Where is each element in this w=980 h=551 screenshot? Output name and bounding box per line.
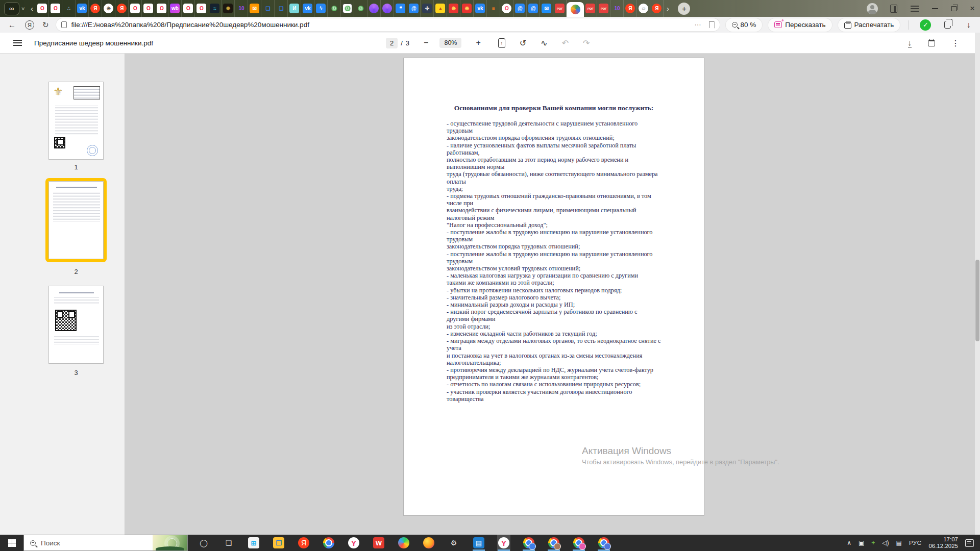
browser-tab[interactable]: wb (168, 0, 182, 17)
tab-scroll-right-button[interactable]: › (664, 4, 672, 13)
rotate-icon[interactable]: ↺ (520, 38, 526, 48)
network-icon[interactable]: ▤ (896, 539, 902, 546)
kebab-menu-icon[interactable]: ⋮ (951, 38, 960, 48)
browser-tab[interactable]: O (129, 0, 142, 17)
browser-tab[interactable]: @ (513, 0, 527, 17)
new-tab-button[interactable]: + (678, 3, 690, 15)
browser-tab[interactable]: ✉ (540, 0, 553, 17)
browser-tab[interactable]: И (288, 0, 301, 17)
taskbar-app[interactable]: Я (297, 535, 310, 551)
reload-button[interactable]: ↻ (42, 20, 49, 30)
back-button[interactable]: ← (8, 20, 16, 29)
tab-scroll-left-button[interactable]: ‹ (28, 4, 36, 13)
browser-tab[interactable]: ≡ (487, 0, 500, 17)
notification-center-icon[interactable] (965, 539, 974, 547)
protect-status-icon[interactable]: ✓ (920, 19, 931, 31)
undo-icon[interactable]: ↶ (562, 38, 569, 48)
taskbar-app[interactable] (422, 535, 435, 551)
browser-tab[interactable]: O (49, 0, 62, 17)
taskbar-app[interactable]: Y (497, 535, 510, 551)
browser-tab[interactable]: O (182, 0, 195, 17)
printer-icon[interactable] (928, 40, 935, 46)
browser-tab[interactable]: ✹ (222, 0, 235, 17)
browser-tab[interactable]: ≈ (208, 0, 222, 17)
browser-tab[interactable]: ❏ (275, 0, 288, 17)
taskbar-app[interactable]: ▤ (472, 535, 485, 551)
browser-tab[interactable]: 10 (235, 0, 248, 17)
browser-tab[interactable]: Я (115, 0, 129, 17)
browser-tab[interactable]: O (500, 0, 513, 17)
browser-tab[interactable] (567, 2, 584, 17)
thumbnail-page-1[interactable]: ⚜ (48, 82, 104, 160)
hidden-icons-chevron[interactable]: ∧ (847, 539, 851, 546)
browser-tab[interactable]: ❏ (261, 0, 275, 17)
zoom-in-button[interactable]: + (476, 38, 480, 47)
browser-tab[interactable]: ∴ (62, 0, 76, 17)
zoom-out-button[interactable]: − (424, 38, 428, 47)
thumbnail-page-3[interactable] (48, 286, 104, 364)
browser-tab[interactable]: vk (474, 0, 487, 17)
scrollbar-thumb[interactable] (975, 260, 979, 341)
sidebar-toggle-icon[interactable] (13, 42, 22, 43)
browser-tab[interactable]: @ (407, 0, 421, 17)
downloads-button[interactable]: ↓ (966, 20, 970, 30)
clock[interactable]: 17:07 06.12.2025 (928, 536, 958, 549)
browser-tab[interactable]: Я (650, 0, 664, 17)
zoom-level[interactable]: 80% (439, 38, 461, 48)
taskbar-app[interactable]: W (372, 535, 385, 551)
browser-tab[interactable] (368, 0, 381, 17)
taskbar-app[interactable] (397, 535, 410, 551)
thumbnail-page-2-selected[interactable] (48, 181, 104, 259)
download-icon[interactable]: ↓ (908, 39, 912, 47)
profile-avatar[interactable] (867, 3, 878, 14)
browser-tab[interactable]: ❝ (394, 0, 407, 17)
tray-tablet-icon[interactable]: ▣ (859, 539, 864, 546)
taskbar-app[interactable]: ❒ (272, 535, 285, 551)
browser-tab[interactable]: PDF (553, 0, 567, 17)
browser-tab[interactable]: 10 (610, 0, 624, 17)
browser-tab[interactable]: Я (89, 0, 102, 17)
browser-tab[interactable]: vk (301, 0, 314, 17)
taskbar-app[interactable]: ⚙ (447, 535, 460, 551)
browser-tab[interactable]: O (195, 0, 208, 17)
browser-tab[interactable]: vk (76, 0, 89, 17)
draw-icon[interactable]: ∿ (541, 38, 547, 48)
browser-tab[interactable]: ♎ (341, 0, 354, 17)
taskbar-app[interactable]: ⊞ (247, 535, 260, 551)
url-field[interactable]: file:///E:/новая%20папка%208/Предписание… (56, 18, 720, 31)
minimize-button[interactable] (932, 8, 938, 9)
browser-tab[interactable]: ϟ (314, 0, 328, 17)
language-indicator[interactable]: РУС (909, 540, 922, 546)
close-button[interactable]: × (970, 4, 975, 14)
current-page-field[interactable]: 2 (386, 38, 398, 48)
browser-tab[interactable]: O (155, 0, 168, 17)
taskbar-app[interactable] (522, 535, 535, 551)
browser-tab[interactable]: Я (624, 0, 637, 17)
taskbar-app[interactable] (322, 535, 335, 551)
print-button[interactable]: Распечатать (838, 18, 900, 32)
taskbar-app[interactable] (547, 535, 560, 551)
browser-tab[interactable]: ☺ (637, 0, 650, 17)
browser-tab[interactable]: ❋ (447, 0, 460, 17)
url-text[interactable]: file:///E:/новая%20папка%208/Предписание… (71, 21, 695, 29)
browser-tab[interactable]: ❋ (460, 0, 474, 17)
taskbar-app[interactable] (572, 535, 585, 551)
browser-tab[interactable] (381, 0, 394, 17)
tab-group-button[interactable]: ∞ (4, 2, 19, 15)
weather-widget-image[interactable] (153, 535, 187, 550)
browser-tab[interactable]: PDF (597, 0, 610, 17)
summarize-button[interactable]: Пересказать (768, 18, 831, 32)
browser-tab[interactable]: ♎ (354, 0, 368, 17)
browser-tab[interactable]: PDF (584, 0, 597, 17)
maximize-button[interactable] (951, 6, 957, 11)
page-fit-icon[interactable]: ↕ (498, 38, 505, 48)
side-panel-icon[interactable] (890, 5, 897, 13)
menu-icon[interactable] (911, 6, 919, 12)
browser-tab[interactable]: ✳ (102, 0, 115, 17)
taskbar-app[interactable]: ◯ (197, 535, 210, 551)
browser-tab[interactable]: ♎ (328, 0, 341, 17)
taskbar-app[interactable] (597, 535, 610, 551)
tabs-copy-icon[interactable] (944, 21, 951, 29)
taskbar-search[interactable]: Поиск (23, 535, 188, 551)
bookmark-icon[interactable] (709, 21, 715, 29)
